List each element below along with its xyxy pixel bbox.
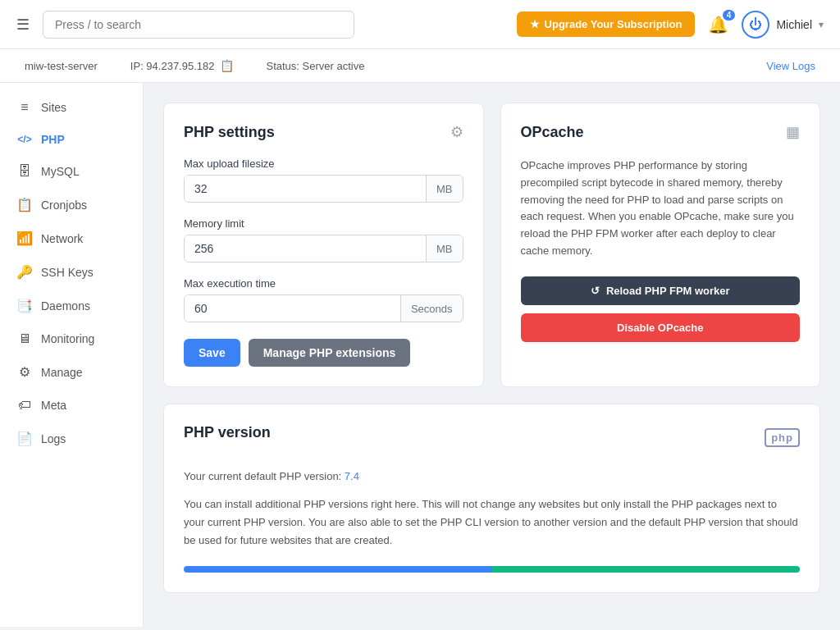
server-bar: miw-test-server IP: 94.237.95.182 📋 Stat…: [0, 49, 840, 83]
monitor-icon: 🖥: [16, 331, 33, 346]
sidebar-item-meta[interactable]: 🏷 Meta: [0, 389, 143, 422]
sidebar-item-daemons[interactable]: 📑 Daemons: [0, 289, 143, 322]
logs-icon: 📄: [16, 431, 33, 446]
memory-limit-suffix: MB: [426, 235, 463, 262]
sidebar-item-sites[interactable]: ≡ Sites: [0, 91, 143, 124]
sidebar-label-monitoring: Monitoring: [41, 332, 94, 345]
daemons-icon: 📑: [16, 298, 33, 313]
php-version-bar: [184, 566, 800, 573]
top-cards-row: PHP settings ⚙ Max upload filesize MB Me…: [163, 103, 820, 387]
server-name: miw-test-server: [25, 60, 98, 72]
tag-icon: 🏷: [16, 398, 33, 413]
opcache-title: OPcache: [521, 124, 584, 141]
sidebar-label-cronjobs: Cronjobs: [41, 199, 87, 212]
memory-limit-input-wrapper: MB: [184, 235, 463, 262]
save-button[interactable]: Save: [184, 339, 240, 367]
bar-blue: [184, 566, 492, 573]
menu-icon[interactable]: ☰: [16, 16, 30, 34]
grid-icon[interactable]: ▦: [786, 123, 800, 141]
sidebar-label-manage: Manage: [41, 366, 83, 379]
max-execution-suffix: Seconds: [400, 295, 463, 322]
sidebar-label-mysql: MySQL: [41, 165, 80, 178]
main-layout: ≡ Sites </> PHP 🗄 MySQL 📋 Cronjobs 📶 Net…: [0, 83, 840, 627]
php-version-header: PHP version php: [184, 424, 800, 451]
opcache-header: OPcache ▦: [521, 123, 801, 141]
star-icon: ★: [530, 18, 540, 30]
upgrade-button[interactable]: ★ Upgrade Your Subscription: [517, 11, 696, 37]
chevron-down-icon: ▾: [819, 19, 824, 30]
sidebar-label-daemons: Daemons: [41, 299, 90, 313]
sidebar-item-logs[interactable]: 📄 Logs: [0, 422, 143, 455]
sidebar-item-mysql[interactable]: 🗄 MySQL: [0, 155, 143, 188]
search-input[interactable]: [43, 11, 354, 39]
key-icon: 🔑: [16, 264, 33, 280]
code-icon: </>: [16, 134, 33, 145]
sidebar-item-ssh-keys[interactable]: 🔑 SSH Keys: [0, 255, 143, 289]
notification-button[interactable]: 🔔 4: [708, 15, 728, 34]
sidebar-label-ssh-keys: SSH Keys: [41, 266, 94, 279]
max-upload-input-wrapper: MB: [184, 175, 463, 203]
php-current-version: Your current default PHP version: 7.4: [184, 468, 800, 486]
sidebar-item-monitoring[interactable]: 🖥 Monitoring: [0, 322, 143, 355]
sidebar-label-meta: Meta: [41, 399, 66, 412]
php-logo-icon: php: [765, 428, 800, 447]
max-upload-label: Max upload filesize: [184, 158, 463, 170]
sidebar-label-php: PHP: [41, 133, 65, 146]
php-settings-title: PHP settings: [184, 124, 275, 141]
max-upload-group: Max upload filesize MB: [184, 158, 463, 203]
sidebar-item-cronjobs[interactable]: 📋 Cronjobs: [0, 188, 143, 221]
server-status: Status: Server active: [267, 60, 365, 72]
user-menu[interactable]: ⏻ Michiel ▾: [742, 11, 824, 39]
max-execution-input[interactable]: [185, 295, 400, 322]
memory-limit-group: Memory limit MB: [184, 217, 463, 262]
max-upload-input[interactable]: [185, 176, 426, 202]
php-version-card: PHP version php Your current default PHP…: [163, 404, 820, 593]
memory-limit-input[interactable]: [185, 235, 426, 262]
power-icon: ⏻: [742, 11, 769, 39]
bar-green: [492, 566, 801, 573]
main-content: PHP settings ⚙ Max upload filesize MB Me…: [144, 83, 840, 627]
sidebar-item-network[interactable]: 📶 Network: [0, 221, 143, 255]
opcache-card: OPcache ▦ OPcache improves PHP performan…: [500, 103, 821, 387]
php-version-title: PHP version: [184, 424, 271, 441]
gear-sidebar-icon: ⚙: [16, 364, 33, 380]
database-icon: 🗄: [16, 164, 33, 179]
php-settings-card: PHP settings ⚙ Max upload filesize MB Me…: [163, 103, 484, 387]
php-settings-header: PHP settings ⚙: [184, 123, 463, 141]
sidebar-label-sites: Sites: [41, 101, 66, 114]
php-settings-buttons: Save Manage PHP extensions: [184, 339, 463, 367]
server-ip: IP: 94.237.95.182 📋: [130, 59, 234, 72]
view-logs-link[interactable]: View Logs: [766, 60, 815, 72]
copy-ip-icon[interactable]: 📋: [220, 59, 234, 72]
reload-fpm-button[interactable]: ↺ Reload PHP FPM worker: [521, 276, 801, 305]
max-execution-label: Max execution time: [184, 277, 463, 290]
php-version-number: 7.4: [345, 470, 359, 482]
manage-extensions-button[interactable]: Manage PHP extensions: [249, 339, 411, 367]
max-upload-suffix: MB: [426, 176, 463, 202]
sidebar-item-php[interactable]: </> PHP: [0, 124, 143, 155]
php-version-description: You can install additional PHP versions …: [184, 495, 800, 550]
memory-limit-label: Memory limit: [184, 217, 463, 230]
max-execution-group: Max execution time Seconds: [184, 277, 463, 322]
max-execution-input-wrapper: Seconds: [184, 294, 463, 322]
sidebar-label-network: Network: [41, 232, 83, 245]
disable-opcache-button[interactable]: Disable OPcache: [521, 313, 801, 342]
cronjobs-icon: 📋: [16, 197, 33, 212]
navbar: ☰ ★ Upgrade Your Subscription 🔔 4 ⏻ Mich…: [0, 0, 840, 49]
sidebar-item-manage[interactable]: ⚙ Manage: [0, 355, 143, 389]
navbar-right: ★ Upgrade Your Subscription 🔔 4 ⏻ Michie…: [517, 11, 824, 39]
opcache-description: OPcache improves PHP performance by stor…: [521, 158, 801, 260]
sidebar: ≡ Sites </> PHP 🗄 MySQL 📋 Cronjobs 📶 Net…: [0, 83, 144, 627]
notification-badge: 4: [723, 10, 736, 21]
refresh-icon: ↺: [591, 285, 600, 297]
list-icon: ≡: [16, 100, 33, 115]
network-icon: 📶: [16, 231, 33, 246]
gear-icon[interactable]: ⚙: [450, 123, 463, 141]
username-label: Michiel: [776, 18, 812, 31]
sidebar-label-logs: Logs: [41, 432, 66, 445]
